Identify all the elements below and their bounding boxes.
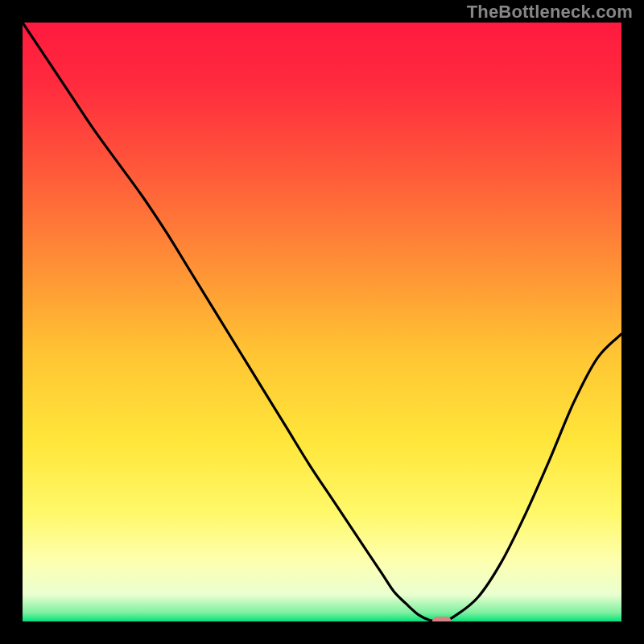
plot-background [23,23,621,621]
chart-frame: TheBottleneck.com [0,0,644,644]
plot-svg [23,23,621,621]
plot-area [23,23,621,621]
watermark: TheBottleneck.com [467,2,633,23]
marker-point [432,617,452,621]
